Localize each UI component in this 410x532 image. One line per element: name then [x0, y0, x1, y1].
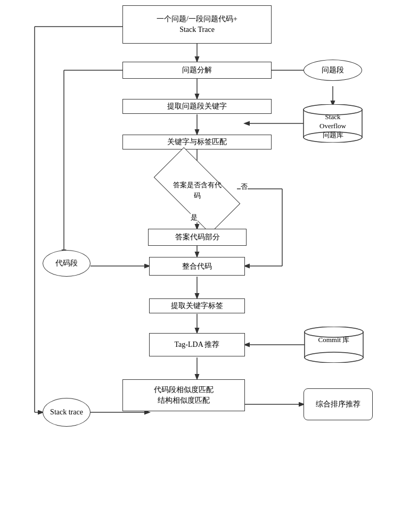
keyword-match-box: 关键字与标签匹配	[122, 135, 272, 149]
flowchart-diagram: 一个问题/一段问题代码+ Stack Trace 问题分解 问题段 Stack …	[0, 0, 410, 532]
has-code-diamond: 答案是否含有代 码	[157, 169, 237, 212]
integrate-code-box: 整合代码	[149, 257, 245, 276]
result-oval: 综合排序推荐	[304, 388, 373, 420]
extract-keyword-box: 提取问题段关键字	[122, 99, 272, 114]
answer-code-box: 答案代码部分	[148, 229, 247, 246]
no-label: 否	[241, 182, 248, 192]
decompose-box: 问题分解	[122, 62, 272, 79]
stack-trace-oval: Stack trace	[43, 398, 91, 427]
so-db-cylinder: Stack Overflow 问题库	[302, 104, 363, 143]
input-box: 一个问题/一段问题代码+ Stack Trace	[122, 5, 272, 44]
code-segment-oval: 代码段	[43, 250, 91, 277]
svg-point-29	[305, 352, 363, 363]
yes-label: 是	[191, 213, 198, 222]
tag-lda-box: Tag-LDA 推荐	[149, 333, 245, 356]
final-match-box: 代码段相似度匹配 结构相似度匹配	[122, 379, 245, 411]
extract-kw-tag-box: 提取关键字标签	[149, 298, 245, 313]
question-segment-oval: 问题段	[304, 60, 362, 81]
commit-db-cylinder: Commit 库	[304, 327, 364, 363]
